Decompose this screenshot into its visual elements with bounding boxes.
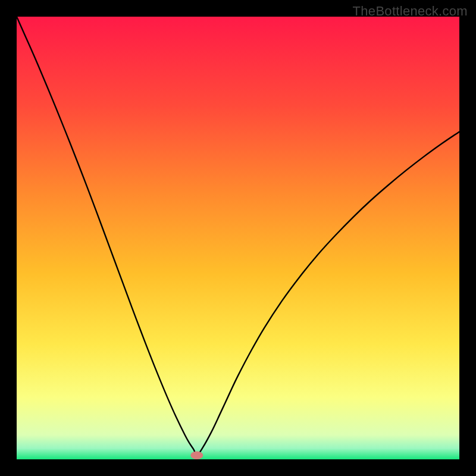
chart-container: TheBottleneck.com xyxy=(0,0,476,476)
chart-svg xyxy=(17,17,459,459)
plot-area xyxy=(17,17,459,459)
minimum-marker xyxy=(190,452,203,459)
background-gradient xyxy=(17,17,459,459)
